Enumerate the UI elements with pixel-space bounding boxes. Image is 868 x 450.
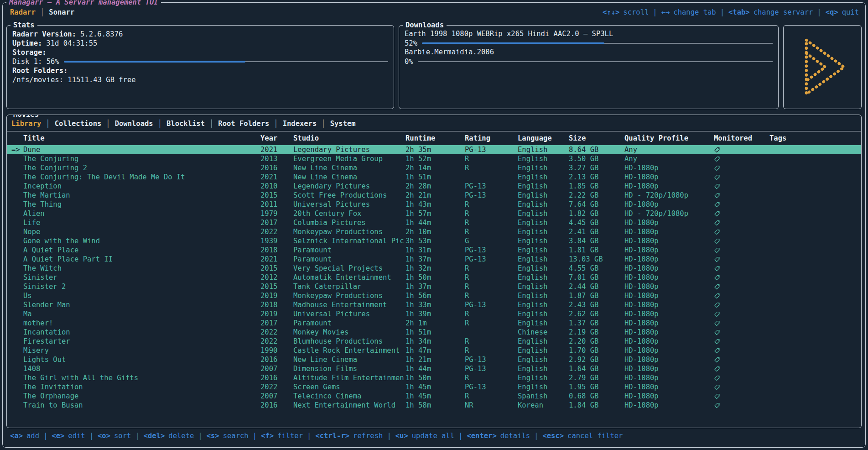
table-row[interactable]: Sinister 2012 Automatik Entertainment 1h… (7, 273, 861, 282)
movie-year: 2021 (260, 173, 293, 182)
movie-size: 2.22 GB (569, 191, 624, 200)
table-row[interactable]: Nope 2022 Monkeypaw Productions 2h 10m R… (7, 227, 861, 236)
movie-year: 2016 (260, 373, 293, 382)
hint-label: details (500, 432, 530, 440)
table-row[interactable]: A Quiet Place 2018 Paramount 1h 31m PG-1… (7, 246, 861, 255)
table-row[interactable]: mother! 2017 Paramount 2h 1m R English 1… (7, 319, 861, 328)
movie-title: A Quiet Place (23, 246, 260, 255)
table-row[interactable]: Firestarter 2022 Blumhouse Productions 1… (7, 337, 861, 346)
movie-studio: Tank Caterpillar (293, 282, 405, 291)
movie-language: English (518, 291, 569, 300)
downloads-panel-title: Downloads (403, 21, 447, 30)
table-row[interactable]: The Thing 2011 Universal Pictures 1h 43m… (7, 200, 861, 209)
movie-studio: Screen Gems (293, 382, 405, 392)
hint-label: search (223, 432, 249, 440)
table-row[interactable]: The Witch 2015 Very Special Projects 1h … (7, 264, 861, 273)
table-row[interactable]: The Martian 2015 Scott Free Productions … (7, 191, 861, 200)
table-row[interactable]: Lights Out 2016 New Line Cinema 1h 21m P… (7, 355, 861, 364)
servarr-tab[interactable]: │Radarr (10, 8, 36, 16)
movie-title: The Girl with All the Gifts (23, 373, 260, 382)
hint-key: <u> (395, 432, 408, 440)
servarr-tab[interactable]: │Sonarr (36, 8, 74, 16)
download-gauge (418, 57, 773, 66)
hint-key: <e> (52, 432, 64, 440)
table-row[interactable]: 1408 2007 Dimension Films 1h 44m PG-13 E… (7, 364, 861, 373)
download-gauge (422, 39, 773, 48)
monitored-tag-icon (714, 266, 720, 272)
movie-title: 1408 (23, 364, 260, 373)
movie-studio: Automatik Entertainment (293, 273, 405, 282)
movie-runtime: 1h 51m (405, 173, 465, 182)
movie-rating: R (465, 282, 518, 291)
table-row[interactable]: The Invitation 2022 Screen Gems 1h 45m P… (7, 382, 861, 392)
movie-rating: R (465, 200, 518, 209)
storage-line: Storage: (12, 48, 388, 57)
movies-tab[interactable]: │Collections (41, 120, 101, 128)
hint-separator: | (85, 432, 98, 440)
movies-tab[interactable]: │Root Folders (205, 120, 269, 128)
table-row[interactable]: Train to Busan 2016 Next Entertainment W… (7, 401, 861, 410)
table-row[interactable]: Life 2017 Columbia Pictures 1h 44m R Eng… (7, 218, 861, 227)
movie-rating: R (465, 154, 518, 163)
table-row[interactable]: Ma 2019 Universal Pictures 1h 39m R Engl… (7, 309, 861, 319)
table-row[interactable]: => Dune 2021 Legendary Pictures 2h 35m P… (7, 145, 861, 154)
movies-tab[interactable]: │Blocklist (153, 120, 205, 128)
table-row[interactable]: Slender Man 2018 Madhouse Entertainment … (7, 300, 861, 309)
movie-language: English (518, 191, 569, 200)
download-percent: 52% (405, 39, 417, 47)
movie-quality-profile: Any (624, 145, 714, 154)
table-row[interactable]: Misery 1990 Castle Rock Entertainment 1h… (7, 346, 861, 355)
movie-size: 1.87 GB (569, 291, 624, 300)
movie-year: 2022 (260, 227, 293, 236)
movie-rating: PG-13 (465, 364, 518, 373)
hint-label: edit (68, 432, 85, 440)
hint-label: quit (842, 8, 859, 16)
movie-size: 3.27 GB (569, 163, 624, 173)
hint-label: cancel filter (567, 432, 623, 440)
monitored-tag-icon (714, 403, 720, 409)
table-row[interactable]: The Girl with All the Gifts 2016 Altitud… (7, 373, 861, 382)
monitored-cell (714, 309, 769, 319)
tab-separator: │ (36, 8, 49, 16)
terminal-screen: Managarr — A Servarr management TUI │Rad… (0, 0, 868, 450)
gauge-track (245, 61, 388, 62)
movie-size: 2.62 GB (569, 309, 624, 319)
movies-tab[interactable]: │Library (11, 120, 41, 128)
movies-tab[interactable]: │Downloads (101, 120, 153, 128)
logo-panel (783, 25, 862, 109)
movies-tab[interactable]: │Indexers (269, 120, 317, 128)
table-row[interactable]: A Quiet Place Part II 2021 Paramount 1h … (7, 255, 861, 264)
uptime-label: Uptime: (12, 39, 42, 47)
movie-year: 1979 (260, 209, 293, 218)
movie-studio: New Line Cinema (293, 163, 405, 173)
hint-separator: | (383, 432, 395, 440)
movie-quality-profile: HD-1080p (624, 173, 714, 182)
movie-title: The Invitation (23, 382, 260, 392)
movie-studio: Legendary Pictures (293, 145, 405, 154)
download-progress-line: 52% (405, 39, 773, 48)
monitored-tag-icon (714, 202, 720, 208)
movies-tabs: │Library │Collections │Downloads │Blockl… (7, 115, 861, 131)
table-row[interactable]: Us 2019 Monkeypaw Productions 1h 56m R E… (7, 291, 861, 300)
table-row[interactable]: Gone with the Wind 1939 Selznick Interna… (7, 236, 861, 246)
hint-label: change servarr (754, 8, 813, 16)
table-row[interactable]: Sinister 2 2015 Tank Caterpillar 1h 37m … (7, 282, 861, 291)
movie-title: Us (23, 291, 260, 300)
disk-usage-gauge (64, 57, 388, 66)
table-row[interactable]: The Orphanage 2007 Telecinco Cinema 1h 4… (7, 392, 861, 401)
table-row[interactable]: Alien 1979 20th Century Fox 1h 57m R Eng… (7, 209, 861, 218)
movie-year: 2016 (260, 401, 293, 410)
hint-key: <tab> (728, 8, 750, 16)
movie-rating: R (465, 346, 518, 355)
table-row[interactable]: Inception 2010 Legendary Pictures 2h 28m… (7, 182, 861, 191)
table-row[interactable]: The Conjuring: The Devil Made Me Do It 2… (7, 173, 861, 182)
hint-label: scroll (623, 8, 649, 16)
table-row[interactable]: Incantation 2022 Monkey Movies 1h 51m Ch… (7, 328, 861, 337)
monitored-tag-icon (714, 311, 720, 318)
movies-tab[interactable]: │System (317, 120, 355, 128)
column-header: Size (569, 134, 624, 143)
table-row[interactable]: The Conjuring 2013 Evergreen Media Group… (7, 154, 861, 163)
table-row[interactable]: The Conjuring 2 2016 New Line Cinema 2h … (7, 163, 861, 173)
monitored-cell (714, 173, 769, 182)
movie-studio: Monkeypaw Productions (293, 227, 405, 236)
